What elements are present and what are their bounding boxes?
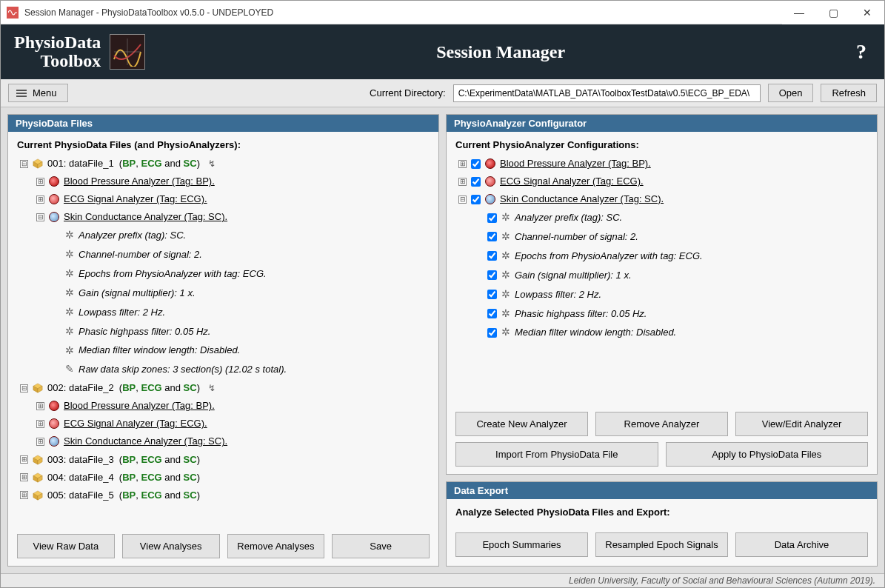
- ecg-icon: [49, 194, 59, 204]
- bp-icon: [49, 176, 59, 187]
- refresh-button[interactable]: Refresh: [821, 84, 877, 102]
- resampled-signals-button[interactable]: Resampled Epoch Signals: [595, 532, 728, 557]
- file-node[interactable]: ⊟002: dataFile_2 (BP, ECG and SC) ↯: [20, 379, 430, 397]
- analyzer-node[interactable]: ⊞Skin Conductance Analyzer (Tag: SC).: [36, 432, 430, 450]
- remove-analyses-button[interactable]: Remove Analyses: [227, 534, 325, 558]
- cfg-analyzer-node[interactable]: ⊞ECG Signal Analyzer (Tag: ECG).: [458, 173, 868, 190]
- analyzer-node[interactable]: ⊞Blood Pressure Analyzer (Tag: BP).: [36, 397, 430, 415]
- analyzer-checkbox[interactable]: [471, 159, 481, 169]
- cfg-property-node[interactable]: ✲Lowpass filter: 2 Hz.: [475, 285, 868, 304]
- property-checkbox[interactable]: [487, 213, 497, 223]
- menu-button[interactable]: Menu: [8, 84, 68, 102]
- cfg-property-node[interactable]: ✲Phasic highpass filter: 0.05 Hz.: [475, 304, 868, 324]
- tree-toggle[interactable]: ⊞: [20, 455, 28, 464]
- tree-toggle[interactable]: ⊞: [36, 178, 44, 186]
- property-node[interactable]: ✲Channel-number of signal: 2.: [53, 245, 430, 264]
- property-node[interactable]: ✲Lowpass filter: 2 Hz.: [53, 303, 430, 322]
- physiodata-files-tree[interactable]: ⊟001: dataFile_1 (BP, ECG and SC) ↯⊞Bloo…: [17, 155, 430, 504]
- window-minimize-button[interactable]: —: [782, 1, 816, 24]
- menu-button-label: Menu: [33, 87, 57, 98]
- file-node[interactable]: ⊞004: dataFile_4 (BP, ECG and SC): [20, 469, 430, 487]
- open-button[interactable]: Open: [768, 84, 814, 102]
- gear-icon: ✲: [65, 303, 74, 322]
- gear-icon: ✲: [501, 285, 510, 304]
- create-analyzer-button[interactable]: Create New Analyzer: [455, 412, 588, 436]
- save-button[interactable]: Save: [332, 534, 430, 558]
- property-node[interactable]: ✲Gain (signal multiplier): 1 x.: [53, 284, 430, 303]
- analyzer-node[interactable]: ⊞Blood Pressure Analyzer (Tag: BP).: [36, 173, 430, 190]
- property-node[interactable]: ✲Phasic highpass filter: 0.05 Hz.: [53, 322, 430, 341]
- remove-analyzer-button[interactable]: Remove Analyzer: [595, 412, 728, 436]
- physiodata-files-panel: PhysioData Files Current PhysioData File…: [7, 114, 439, 567]
- ecg-icon: [49, 418, 59, 429]
- tree-toggle[interactable]: ⊞: [458, 178, 467, 186]
- configurator-panel: PhysioAnalyzer Configurator Current Phys…: [446, 114, 878, 475]
- tree-toggle[interactable]: ⊟: [36, 213, 44, 221]
- window-title: Session Manager - PhysioDataToolbox v0.5…: [24, 7, 273, 18]
- cfg-property-node[interactable]: ✲Channel-number of signal: 2.: [475, 227, 868, 247]
- help-button[interactable]: ?: [856, 40, 871, 64]
- property-checkbox[interactable]: [487, 328, 497, 338]
- tree-toggle[interactable]: ⊞: [20, 491, 28, 499]
- view-analyses-button[interactable]: View Analyses: [122, 534, 220, 558]
- analyzer-checkbox[interactable]: [471, 177, 481, 187]
- cfg-analyzer-node[interactable]: ⊟Skin Conductance Analyzer (Tag: SC).: [458, 190, 868, 208]
- current-directory-input[interactable]: [453, 84, 761, 102]
- property-checkbox[interactable]: [487, 251, 497, 261]
- window-maximize-button[interactable]: ▢: [816, 1, 850, 24]
- gear-icon: ✲: [501, 208, 510, 227]
- analyzer-checkbox[interactable]: [471, 195, 481, 204]
- property-checkbox[interactable]: [487, 290, 497, 299]
- property-node[interactable]: ✲Analyzer prefix (tag): SC.: [53, 226, 430, 245]
- cfg-property-node[interactable]: ✲Epochs from PhysioAnalyzer with tag: EC…: [475, 247, 868, 266]
- current-directory-label: Current Directory:: [370, 87, 446, 98]
- view-edit-analyzer-button[interactable]: View/Edit Analyzer: [735, 412, 868, 436]
- tree-toggle[interactable]: ⊟: [458, 196, 467, 204]
- data-export-panel: Data Export Analyze Selected PhysioData …: [446, 481, 878, 567]
- app-banner: PhysioData Toolbox Session Manager ?: [1, 24, 884, 79]
- cfg-property-node[interactable]: ✲Analyzer prefix (tag): SC.: [475, 208, 868, 227]
- analyzer-node[interactable]: ⊟Skin Conductance Analyzer (Tag: SC).: [36, 208, 430, 226]
- property-checkbox[interactable]: [487, 232, 497, 241]
- cfg-property-node[interactable]: ✲Median filter window length: Disabled.: [475, 323, 868, 342]
- gear-icon: ✲: [65, 226, 74, 245]
- tree-toggle[interactable]: ⊞: [458, 160, 467, 168]
- page-title: Session Manager: [145, 42, 856, 62]
- hamburger-icon: [16, 90, 27, 97]
- property-node[interactable]: ✲Median filter window length: Disabled.: [53, 341, 430, 361]
- analyzer-node[interactable]: ⊞ECG Signal Analyzer (Tag: ECG).: [36, 415, 430, 432]
- property-node[interactable]: ✲Epochs from PhysioAnalyzer with tag: EC…: [53, 264, 430, 284]
- tree-toggle[interactable]: ⊞: [36, 402, 44, 410]
- apply-to-physiodata-button[interactable]: Apply to PhysioData Files: [666, 442, 869, 467]
- file-node[interactable]: ⊞003: dataFile_3 (BP, ECG and SC): [20, 451, 430, 469]
- data-archive-button[interactable]: Data Archive: [735, 532, 868, 557]
- tree-toggle[interactable]: ⊞: [20, 473, 28, 481]
- analyzer-node[interactable]: ⊞ECG Signal Analyzer (Tag: ECG).: [36, 190, 430, 208]
- gear-icon: ✲: [65, 245, 74, 264]
- gear-icon: ✲: [65, 264, 74, 284]
- cfg-analyzer-node[interactable]: ⊞Blood Pressure Analyzer (Tag: BP).: [458, 155, 868, 173]
- gear-icon: ✲: [501, 266, 510, 285]
- configurator-section-label: Current PhysioAnalyzer Configurations:: [455, 139, 868, 150]
- window-close-button[interactable]: ✕: [850, 1, 884, 24]
- property-checkbox[interactable]: [487, 270, 497, 280]
- file-node[interactable]: ⊞005: dataFile_5 (BP, ECG and SC): [20, 487, 430, 504]
- tree-toggle[interactable]: ⊟: [20, 160, 28, 168]
- property-node[interactable]: ✎Raw data skip zones: 3 section(s) (12.0…: [53, 360, 430, 379]
- pencil-icon: ✎: [65, 360, 74, 379]
- tree-toggle[interactable]: ⊞: [36, 438, 44, 446]
- tree-toggle[interactable]: ⊞: [36, 196, 44, 204]
- tree-toggle[interactable]: ⊟: [20, 384, 28, 392]
- configurator-tree[interactable]: ⊞Blood Pressure Analyzer (Tag: BP).⊞ECG …: [455, 155, 868, 342]
- sc-icon: [485, 194, 495, 204]
- epoch-summaries-button[interactable]: Epoch Summaries: [455, 532, 588, 557]
- data-export-header: Data Export: [447, 482, 877, 499]
- gear-icon: ✲: [501, 247, 510, 266]
- import-from-physiodata-button[interactable]: Import From PhysioData File: [455, 442, 658, 467]
- file-node[interactable]: ⊟001: dataFile_1 (BP, ECG and SC) ↯: [20, 155, 430, 173]
- gear-icon: ✲: [65, 322, 74, 341]
- cfg-property-node[interactable]: ✲Gain (signal multiplier): 1 x.: [475, 266, 868, 285]
- property-checkbox[interactable]: [487, 309, 497, 318]
- view-raw-data-button[interactable]: View Raw Data: [17, 534, 115, 558]
- tree-toggle[interactable]: ⊞: [36, 420, 44, 428]
